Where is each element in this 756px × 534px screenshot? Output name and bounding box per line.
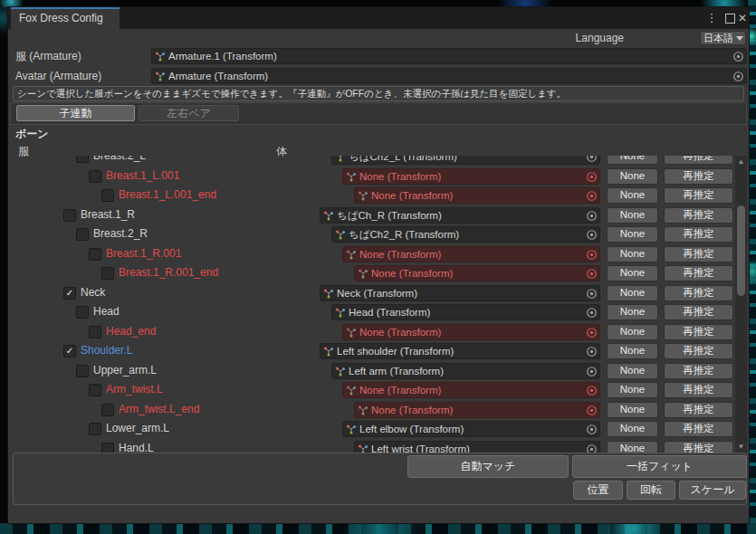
object-picker-icon[interactable] (732, 51, 744, 62)
batch-fit-button[interactable]: 一括フィット (572, 455, 747, 478)
reestimate-button[interactable]: 再推定 (664, 324, 733, 340)
rotation-button[interactable]: 回転 (627, 481, 675, 500)
bone-checkbox[interactable] (101, 267, 114, 280)
none-button[interactable]: None (607, 168, 658, 185)
reestimate-button[interactable]: 再推定 (664, 363, 733, 379)
body-bone-field[interactable]: None (Transform) (342, 246, 600, 262)
body-bone-field[interactable]: Head (Transform) (331, 304, 600, 320)
window-tab[interactable]: Fox Dress Config (11, 7, 120, 29)
clothes-bone-label[interactable]: Breast.1_L.001_end (119, 188, 216, 202)
bone-checkbox[interactable] (89, 170, 101, 183)
clothes-bone-label[interactable]: Arm_twist.L_end (119, 403, 199, 416)
none-button[interactable]: None (607, 265, 658, 281)
none-button[interactable]: None (607, 187, 658, 204)
none-button[interactable]: None (607, 324, 658, 340)
clothes-bone-label[interactable]: Breast.2_R (93, 227, 148, 241)
reestimate-button[interactable]: 再推定 (664, 421, 733, 437)
close-icon[interactable]: ✕ (734, 7, 751, 29)
none-button[interactable]: None (607, 343, 658, 359)
clothes-bone-label[interactable]: Breast.1_R.001 (106, 247, 181, 261)
object-picker-icon[interactable] (586, 171, 598, 183)
object-picker-icon[interactable] (586, 405, 598, 416)
clothes-bone-label[interactable]: Neck (81, 286, 105, 300)
none-button[interactable]: None (607, 382, 658, 398)
bone-checkbox[interactable] (63, 209, 76, 222)
reestimate-button[interactable]: 再推定 (664, 156, 733, 165)
object-picker-icon[interactable] (586, 327, 598, 339)
reestimate-button[interactable]: 再推定 (664, 441, 733, 453)
reestimate-button[interactable]: 再推定 (664, 207, 733, 224)
clothes-bone-label[interactable]: Upper_arm.L (93, 364, 157, 377)
scale-button[interactable]: スケール (679, 481, 746, 500)
bone-checkbox[interactable] (89, 423, 101, 435)
bone-checkbox[interactable] (76, 228, 89, 241)
body-bone-field[interactable]: None (Transform) (342, 382, 600, 398)
scrollbar-thumb[interactable] (737, 205, 745, 296)
reestimate-button[interactable]: 再推定 (664, 382, 733, 398)
object-picker-icon[interactable] (732, 71, 744, 82)
clothes-bone-label[interactable]: Breast.1_R (81, 208, 135, 222)
none-button[interactable]: None (607, 402, 658, 418)
none-button[interactable]: None (607, 285, 658, 301)
avatar-armature-field[interactable]: Armature (Transform) (151, 68, 747, 84)
clothes-bone-label[interactable]: Head (93, 305, 120, 319)
reestimate-button[interactable]: 再推定 (664, 226, 733, 243)
object-picker-icon[interactable] (586, 346, 598, 358)
reestimate-button[interactable]: 再推定 (664, 265, 733, 281)
object-picker-icon[interactable] (586, 268, 598, 280)
reestimate-button[interactable]: 再推定 (664, 187, 733, 204)
clothes-bone-label[interactable]: Breast.2_L (93, 156, 146, 163)
clothes-bone-label[interactable]: Breast.1_L.001 (106, 169, 179, 183)
body-bone-field[interactable]: ちぱCh2_R (Transform) (331, 226, 600, 243)
object-picker-icon[interactable] (586, 190, 598, 202)
none-button[interactable]: None (607, 207, 658, 224)
body-bone-field[interactable]: None (Transform) (354, 187, 600, 204)
object-picker-icon[interactable] (586, 249, 598, 261)
object-picker-icon[interactable] (586, 288, 598, 300)
vertical-scrollbar[interactable]: ▲ ▼ (735, 156, 747, 453)
position-button[interactable]: 位置 (573, 481, 623, 500)
reestimate-button[interactable]: 再推定 (664, 304, 733, 320)
bone-checkbox[interactable] (76, 365, 89, 377)
clothes-bone-label[interactable]: Hand.L (119, 442, 154, 453)
object-picker-icon[interactable] (586, 366, 598, 377)
reestimate-button[interactable]: 再推定 (664, 402, 733, 418)
reestimate-button[interactable]: 再推定 (664, 246, 733, 262)
none-button[interactable]: None (607, 421, 658, 437)
body-bone-field[interactable]: Left wrist (Transform) (354, 441, 600, 453)
none-button[interactable]: None (607, 363, 658, 379)
none-button[interactable]: None (607, 441, 658, 453)
bone-checkbox[interactable]: ✓ (63, 287, 76, 300)
kebab-menu-icon[interactable]: ⋮ (703, 7, 720, 29)
object-picker-icon[interactable] (586, 229, 598, 241)
body-bone-field[interactable]: Left elbow (Transform) (342, 421, 600, 437)
mirror-pair-toggle[interactable]: 左右ペア (139, 105, 239, 121)
clothes-bone-label[interactable]: Breast.1_R.001_end (119, 266, 218, 280)
language-dropdown[interactable]: 日本語 (700, 31, 746, 45)
bone-checkbox[interactable] (76, 306, 89, 319)
body-bone-field[interactable]: None (Transform) (342, 324, 600, 340)
reestimate-button[interactable]: 再推定 (664, 343, 733, 359)
object-picker-icon[interactable] (586, 385, 598, 396)
none-button[interactable]: None (607, 156, 658, 165)
object-picker-icon[interactable] (586, 156, 598, 163)
none-button[interactable]: None (607, 304, 658, 320)
object-picker-icon[interactable] (586, 424, 598, 435)
bone-checkbox[interactable] (101, 404, 114, 416)
clothes-bone-label[interactable]: Arm_twist.L (106, 383, 163, 396)
body-bone-field[interactable]: ちぱCh2_L (Transform) (331, 156, 600, 165)
none-button[interactable]: None (607, 246, 658, 262)
reestimate-button[interactable]: 再推定 (664, 285, 733, 301)
scroll-up-icon[interactable]: ▲ (735, 156, 747, 167)
scroll-down-icon[interactable]: ▼ (735, 441, 747, 453)
clothes-bone-label[interactable]: Lower_arm.L (106, 422, 169, 435)
body-bone-field[interactable]: None (Transform) (342, 168, 600, 185)
clothes-bone-label[interactable]: Head_end (106, 325, 156, 339)
auto-match-button[interactable]: 自動マッチ (407, 455, 569, 478)
bone-checkbox[interactable]: ✓ (63, 345, 76, 358)
body-bone-field[interactable]: None (Transform) (354, 402, 600, 418)
reestimate-button[interactable]: 再推定 (664, 168, 733, 185)
body-bone-field[interactable]: Left shoulder (Transform) (320, 343, 600, 359)
object-picker-icon[interactable] (586, 307, 598, 319)
bone-checkbox[interactable] (101, 189, 114, 202)
